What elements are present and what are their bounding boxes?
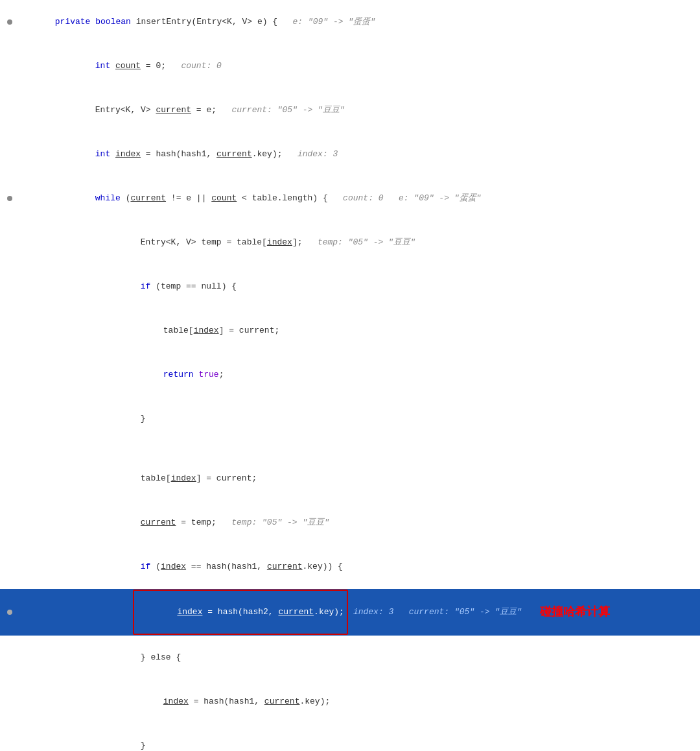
gutter-1 (0, 19, 19, 25)
line-content-5: while (current != e || count < table.len… (19, 177, 700, 220)
line-content-4: int index = hash(hash1, current.key); in… (19, 133, 700, 176)
code-line-4: int index = hash(hash1, current.key); in… (0, 132, 700, 176)
line-content-14: if (index == hash(hash1, current.key)) { (19, 545, 700, 588)
line-content-2: int count = 0; count: 0 (19, 45, 700, 88)
line-content-18: } (19, 724, 700, 751)
line-content-6: Entry<K, V> temp = table[index]; temp: "… (19, 221, 700, 264)
code-editor: private boolean insertEntry(Entry<K, V> … (0, 0, 700, 751)
breakpoint-dot-5[interactable] (7, 196, 12, 201)
code-line-6: Entry<K, V> temp = table[index]; temp: "… (0, 221, 700, 265)
code-line-18: } (0, 724, 700, 751)
line-content-11 (19, 442, 700, 456)
code-line-16: } else { (0, 636, 700, 680)
code-line-12: table[index] = current; (0, 457, 700, 501)
code-line-15: index = hash(hash2, current.key); index:… (0, 589, 700, 636)
code-line-10: } (0, 397, 700, 441)
code-line-11 (0, 441, 700, 457)
code-line-3: Entry<K, V> current = e; current: "05" -… (0, 88, 700, 132)
code-line-2: int count = 0; count: 0 (0, 44, 700, 88)
breakpoint-dot-15[interactable] (7, 610, 12, 615)
line-content-3: Entry<K, V> current = e; current: "05" -… (19, 89, 700, 132)
code-line-8: table[index] = current; (0, 309, 700, 353)
line-content-7: if (temp == null) { (19, 265, 700, 308)
code-line-14: if (index == hash(hash1, current.key)) { (0, 545, 700, 589)
code-line-1: private boolean insertEntry(Entry<K, V> … (0, 0, 700, 44)
highlighted-code-box: index = hash(hash2, current.key); (133, 590, 348, 635)
code-line-13: current = temp; temp: "05" -> "豆豆" (0, 501, 700, 545)
code-line-17: index = hash(hash1, current.key); (0, 680, 700, 724)
gutter-15 (0, 610, 19, 615)
breakpoint-dot-1[interactable] (7, 19, 12, 25)
code-line-9: return true; (0, 353, 700, 397)
line-content-15: index = hash(hash2, current.key); index:… (19, 590, 700, 635)
line-content-9: return true; (19, 353, 700, 396)
line-content-12: table[index] = current; (19, 457, 700, 500)
line-content-8: table[index] = current; (19, 309, 700, 352)
line-content-13: current = temp; temp: "05" -> "豆豆" (19, 501, 700, 544)
line-content-16: } else { (19, 636, 700, 679)
code-line-5: while (current != e || count < table.len… (0, 176, 700, 221)
line-content-1: private boolean insertEntry(Entry<K, V> … (19, 1, 700, 43)
line-content-17: index = hash(hash1, current.key); (19, 680, 700, 723)
code-line-7: if (temp == null) { (0, 265, 700, 309)
annotation-label: 碰撞哈希计算 (540, 605, 610, 619)
line-content-10: } (19, 398, 700, 440)
gutter-5 (0, 196, 19, 201)
